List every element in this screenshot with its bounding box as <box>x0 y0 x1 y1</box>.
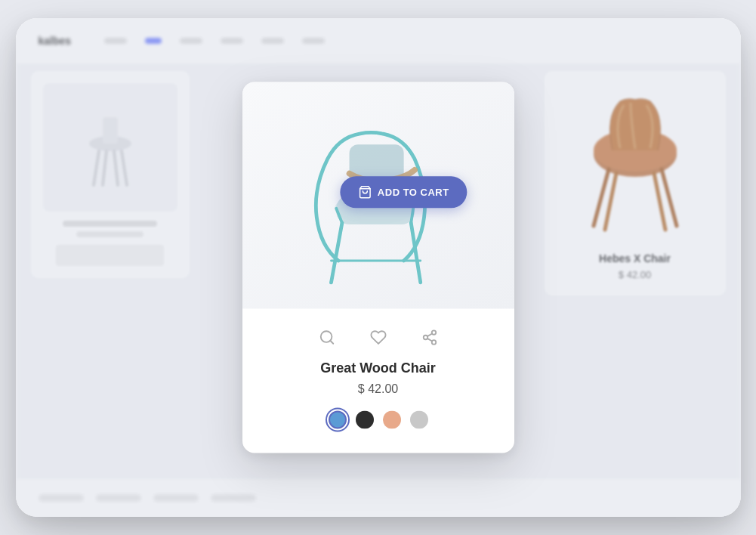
search-icon <box>319 329 335 346</box>
svg-line-26 <box>427 339 431 342</box>
color-swatch-gray[interactable] <box>410 411 428 429</box>
color-swatch-black[interactable] <box>356 411 374 429</box>
svg-line-27 <box>427 333 431 336</box>
zoom-button[interactable] <box>313 324 341 351</box>
wishlist-button[interactable] <box>365 324 392 351</box>
add-to-cart-button[interactable]: ADD TO CART <box>340 176 467 208</box>
product-name: Great Wood Chair <box>261 360 496 376</box>
product-image-area: ADD TO CART <box>242 82 514 309</box>
share-icon <box>421 329 438 346</box>
svg-line-15 <box>331 223 341 283</box>
product-price: $ 42.00 <box>261 382 496 396</box>
add-to-cart-label: ADD TO CART <box>378 187 449 198</box>
svg-line-22 <box>330 341 333 344</box>
product-info: Great Wood Chair $ 42.00 <box>242 360 514 429</box>
cart-icon <box>358 185 372 199</box>
share-button[interactable] <box>416 324 443 351</box>
heart-icon <box>370 329 387 346</box>
action-icons-row <box>242 309 514 360</box>
product-card: ADD TO CART <box>242 82 514 453</box>
device-frame: kalbes <box>16 18 741 517</box>
color-swatch-blue[interactable] <box>329 411 347 429</box>
color-swatches <box>261 411 496 429</box>
color-swatch-peach[interactable] <box>383 411 401 429</box>
